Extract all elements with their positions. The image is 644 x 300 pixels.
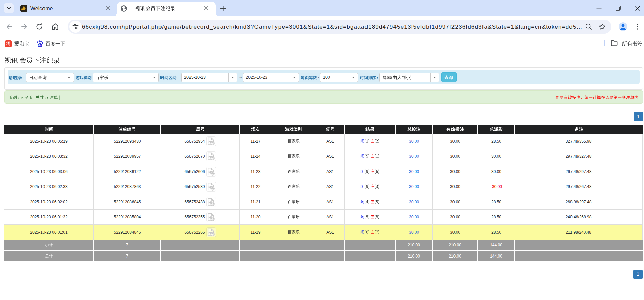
svg-text:du: du xyxy=(38,44,42,47)
